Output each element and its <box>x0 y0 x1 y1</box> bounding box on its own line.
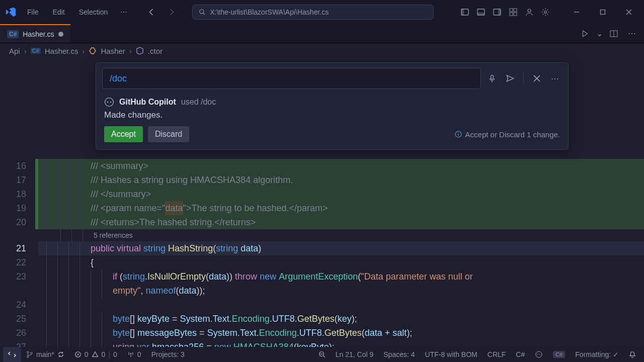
menu-edit[interactable]: Edit <box>48 6 70 18</box>
line-number: 17 <box>0 173 35 187</box>
line-number: 19 <box>0 201 35 215</box>
more-icon[interactable]: ⋯ <box>548 71 562 85</box>
projects-indicator[interactable]: Projects: 3 <box>146 347 190 362</box>
codelens-references[interactable]: 5 references <box>0 229 644 241</box>
warning-icon <box>92 351 99 358</box>
unsaved-dot-icon <box>58 32 63 37</box>
csharp-file-icon: C# <box>31 48 41 54</box>
line-number: 24 <box>0 298 35 312</box>
account-icon[interactable] <box>522 5 536 19</box>
run-debug-icon[interactable] <box>578 27 592 41</box>
svg-point-25 <box>110 102 112 103</box>
layout-sidebar-right-icon[interactable] <box>490 5 504 19</box>
search-icon <box>199 9 206 16</box>
svg-point-0 <box>200 10 204 14</box>
copilot-change-hint: Accept or Discard 1 change. <box>454 130 560 139</box>
cursor-position[interactable]: Ln 21, Col 9 <box>331 347 379 362</box>
svg-point-29 <box>27 351 29 353</box>
eol[interactable]: CRLF <box>482 347 511 362</box>
svg-rect-8 <box>510 9 513 12</box>
copilot-inline-chat: /doc ⋯ GitHub Copilot used /doc Made cha… <box>96 62 569 150</box>
svg-point-41 <box>539 354 540 355</box>
svg-point-23 <box>105 98 114 107</box>
send-icon[interactable] <box>503 71 517 85</box>
breadcrumb-class[interactable]: Hasher <box>101 47 125 55</box>
editor-area[interactable]: /doc ⋯ GitHub Copilot used /doc Made cha… <box>0 58 644 347</box>
nav-forward-icon[interactable] <box>164 5 178 19</box>
git-branch[interactable]: main* <box>21 347 69 362</box>
menu-selection[interactable]: Selection <box>74 6 113 18</box>
tab-filename: Hasher.cs <box>23 30 54 38</box>
line-number: 22 <box>0 255 35 269</box>
line-number: 25 <box>0 312 35 326</box>
line-number: 16 <box>0 159 35 173</box>
ports-indicator[interactable]: 0 <box>122 347 146 362</box>
window-minimize-button[interactable] <box>566 4 588 20</box>
close-icon[interactable] <box>530 71 544 85</box>
notifications-icon[interactable] <box>624 347 641 362</box>
indentation[interactable]: Spaces: 4 <box>378 347 420 362</box>
svg-rect-20 <box>491 75 494 79</box>
svg-rect-3 <box>461 9 464 15</box>
nav-back-icon[interactable] <box>145 5 159 19</box>
accept-button[interactable]: Accept <box>104 126 143 142</box>
radio-tower-icon <box>127 351 134 358</box>
customize-layout-icon[interactable] <box>506 5 520 19</box>
tab-hasher-cs[interactable]: C# Hasher.cs <box>0 24 70 43</box>
svg-point-39 <box>536 351 542 357</box>
search-path-text: X:\the-urlist\BlazorSWA\Api\Hasher.cs <box>210 8 329 16</box>
formatting-status[interactable]: Formatting: ✓ <box>570 347 624 362</box>
copilot-used-command: used /doc <box>181 98 216 107</box>
breadcrumb[interactable]: Api › C# Hasher.cs › Hasher › .ctor <box>0 43 644 58</box>
code-content[interactable]: 16/// <summary> 17/// Hashes a string us… <box>0 159 644 354</box>
line-number: 23 <box>0 269 35 284</box>
mic-icon[interactable] <box>485 71 499 85</box>
command-center-search[interactable]: X:\the-urlist\BlazorSWA\Api\Hasher.cs <box>192 5 434 20</box>
svg-point-24 <box>107 102 109 103</box>
svg-rect-11 <box>514 13 517 16</box>
menu-overflow-icon[interactable]: ⋯ <box>117 5 131 19</box>
chevron-down-icon[interactable]: ⌄ <box>596 29 603 38</box>
line-number: 21 <box>0 241 35 255</box>
vscode-logo-icon <box>4 5 18 19</box>
menu-file[interactable]: File <box>22 6 44 18</box>
chevron-right-icon: › <box>82 47 85 55</box>
chevron-right-icon: › <box>129 47 132 55</box>
svg-rect-15 <box>601 10 605 15</box>
split-editor-icon[interactable] <box>607 27 621 41</box>
breadcrumb-folder[interactable]: Api <box>9 47 20 55</box>
sync-icon[interactable] <box>57 351 64 358</box>
zoom-indicator[interactable] <box>313 347 331 362</box>
layout-panel-bottom-icon[interactable] <box>474 5 488 19</box>
title-bar: File Edit Selection ⋯ X:\the-urlist\Blaz… <box>0 0 644 24</box>
svg-point-30 <box>27 356 29 358</box>
svg-point-31 <box>31 352 33 354</box>
copilot-agent-name: GitHub Copilot <box>119 98 176 107</box>
line-number <box>0 284 35 298</box>
status-bar: main* 0 0 |0 0 Projects: 3 Ln 21, Col 9 … <box>0 347 644 362</box>
copilot-command-input[interactable]: /doc <box>102 68 481 89</box>
breadcrumb-member[interactable]: .ctor <box>148 47 163 55</box>
svg-rect-7 <box>498 9 501 15</box>
remote-indicator[interactable] <box>3 347 21 362</box>
copilot-status-icon[interactable] <box>530 347 548 362</box>
layout-sidebar-left-icon[interactable] <box>458 5 472 19</box>
settings-gear-icon[interactable] <box>538 5 552 19</box>
line-number: 26 <box>0 326 35 340</box>
svg-rect-10 <box>510 13 513 16</box>
problems-indicator[interactable]: 0 0 |0 <box>69 347 122 362</box>
svg-line-38 <box>323 356 325 358</box>
info-icon <box>454 130 462 138</box>
svg-point-12 <box>528 9 531 12</box>
breadcrumb-file[interactable]: Hasher.cs <box>45 47 78 55</box>
csharp-status-icon[interactable]: C# <box>548 347 570 362</box>
svg-point-35 <box>130 353 132 354</box>
error-icon <box>74 351 82 358</box>
encoding[interactable]: UTF-8 with BOM <box>420 347 482 362</box>
language-mode[interactable]: C# <box>511 347 530 362</box>
discard-button[interactable]: Discard <box>148 126 189 142</box>
more-actions-icon[interactable]: ⋯ <box>625 27 639 41</box>
svg-point-28 <box>458 132 459 133</box>
window-maximize-button[interactable] <box>592 4 614 20</box>
window-close-button[interactable] <box>618 4 640 20</box>
